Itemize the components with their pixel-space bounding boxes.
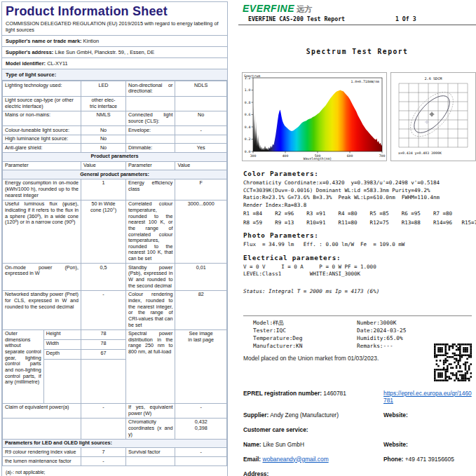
supplier-value: Andy Zeng (Manufacturer) (270, 412, 339, 419)
name-label: Name: (243, 441, 261, 448)
supplier-row: Supplier: Andy Zeng (Manufacturer) Websi… (243, 412, 472, 419)
table-row: the lumen maintenance factor - (3, 457, 227, 466)
product-parameters-header: Product parameters (3, 152, 227, 161)
table-row: Light source cap-type (or other electric… (3, 96, 227, 111)
report-header: EVERFINE CAS-200 Test Report 1 Of 3 (238, 15, 476, 25)
svg-text:0.8: 0.8 (245, 101, 251, 104)
svg-text:0.4: 0.4 (245, 125, 251, 129)
chromaticity-line: Chromaticity Coordinate:x=0.4320 y=0.398… (243, 179, 472, 187)
chromaticity-point (430, 112, 435, 117)
svg-text:0.2: 0.2 (245, 137, 251, 141)
supplier-label: Supplier: (243, 412, 268, 419)
email-row: Email: wobaneandy@gmail.com Phone: +49 4… (243, 456, 472, 463)
phone-label: Phone: (383, 456, 403, 463)
table-row: Energy consumption in on-mode (kWh/1000 … (3, 179, 227, 200)
table-row: Chromaticity coordinates (x and y) 0,432… (3, 418, 227, 439)
outer-dimensions-row: Outer dimensions without separate contro… (3, 329, 227, 403)
contact-section: EPREL registration number: 1460781 https… (243, 390, 472, 476)
led-parameters-header: Parameters for LED and OLED light source… (3, 439, 227, 448)
charts: 0.00.20.40.60.81.01.2300400500600700Spec… (242, 72, 476, 161)
footnote-a: (a)-: not applicable; (6, 468, 224, 476)
table-row: R9 colour rendering index value 7 Surviv… (3, 448, 227, 457)
cie-grid (399, 83, 468, 147)
test-report: EVERFINE远方 EVERFINE CAS-200 Test Report … (238, 0, 476, 476)
website-label2: Website: (383, 441, 408, 448)
eprel-label: EPREL registration number: (243, 390, 322, 397)
supplier-address-label: Supplier's address: (6, 49, 53, 55)
customer-care-row: Customer care service: (243, 426, 472, 433)
model-identifier-row: Model identifier: CL-XY11 (2, 58, 227, 69)
section-header-row: General product parameters: (3, 170, 227, 179)
svg-text:700: 700 (379, 154, 386, 158)
dimension-names: Height Width Depth (43, 330, 81, 403)
ratio-line: Ratio:R=23.1% G=73.6% B=3.3% Peak WL:Lp=… (243, 194, 472, 202)
regulation-subtitle: COMMISSION DELEGATED REGULATION (EU) 201… (2, 20, 227, 36)
svg-text:600: 600 (347, 154, 353, 158)
status-line: Status: Integral T = 2000 ms Ip = 4173 (… (243, 288, 472, 294)
everfine-logo: EVERFINE远方 (243, 2, 312, 15)
svg-text:300: 300 (250, 154, 257, 158)
eprel-row: EPREL registration number: 1460781 https… (243, 390, 472, 404)
svg-text:Spectrum: Spectrum (244, 74, 260, 78)
spectral-power-label: Spectral power distribution in the range… (126, 329, 175, 403)
electrical-parameters-heading: Electrical parameters: (243, 254, 472, 261)
cri-values-row1: R1 =84 R2 =96 R3 =91 R4 =80 R5 =85 R6 =9… (243, 210, 472, 218)
footnotes: (a)-: not applicable; (b)-: not applicab… (2, 466, 227, 476)
report-header-title: EVERFINE CAS-200 Test Report (248, 15, 345, 22)
supplier-name-row: Supplier's name or trade mark: Kintion (2, 36, 227, 47)
name-value: Like Sun GmbH (263, 441, 304, 448)
flux-line: Flux = 34.99 lm Eff. : 0.00 lm/W Fe = 10… (243, 241, 472, 249)
section-header-row: Parameters for LED and OLED light source… (3, 439, 227, 448)
table-row: Anti-glare shield: No Dimmable: Yes (3, 144, 227, 153)
table-row: Lighting technology used: LED Non-direct… (3, 81, 227, 96)
name-row: Name: Like Sun GmbH Website: (243, 441, 472, 448)
electrical-line2: LEVEL:Class1 WHITE:ANSI_3000K (243, 271, 472, 278)
svg-text:400: 400 (283, 154, 289, 158)
report-title: Spectrum Test Report (238, 48, 476, 55)
page-number: 1 Of 3 (395, 15, 416, 22)
general-parameters-header: General product parameters: (3, 170, 227, 179)
table-row: Mains or non-mains: NMLS Connected light… (3, 111, 227, 125)
svg-text:1.0=0.718mW/nm: 1.0=0.718mW/nm (351, 80, 380, 83)
model-info-right: Number:3000K Date:2024-03-25 Humidity:65… (357, 319, 406, 350)
supplier-name-value: Kintion (83, 38, 100, 44)
supplier-address-row: Supplier's address: Like Sun GmbH, Planc… (2, 47, 227, 58)
website-label: Website: (383, 412, 408, 419)
cie-caption: x=0.434 y=0.403 3000K (398, 151, 442, 156)
table-row: High luminance light source: No (3, 135, 227, 144)
outer-dimensions-label: Outer dimensions without separate contro… (3, 330, 43, 403)
table-row: Colour-tuneable light source: No Envelop… (3, 126, 227, 135)
spectrum-chart: 0.00.20.40.60.81.01.2300400500600700Spec… (242, 72, 387, 161)
everfine-logo-cjk: 远方 (297, 5, 312, 13)
product-information-sheet: Product Information Sheet COMMISSION DEL… (1, 1, 228, 476)
render-index-line: Render Index:Ra=83.8 (243, 202, 472, 210)
model-info-left: Model:样品 Tester:IQC Temperature:Deg Manu… (253, 319, 357, 350)
supplier-address-value: Like Sun GmbH, Planckstr. 59, , Essen, D… (55, 49, 154, 55)
everfine-logo-text: EVERFINE (243, 3, 294, 14)
eprel-number: 1460781 (323, 390, 346, 397)
electrical-line1: V = 0 V I = 0 A P = 0 W PF = 1.000 (243, 264, 472, 271)
email-link[interactable]: wobaneandy@gmail.com (262, 456, 328, 463)
email-label: Email: (243, 456, 261, 463)
table-row: Useful luminous flux (φuse), indicating … (3, 200, 227, 263)
photo-parameters-heading: Photo Parameters: (243, 231, 472, 239)
section-header-row: Product parameters (3, 152, 227, 161)
cri-values-row2: R8 =59 R9 =13 R10=91 R11=80 R12=75 R13=8… (243, 219, 472, 227)
model-identifier-label: Model identifier: (6, 60, 46, 67)
svg-text:1.0: 1.0 (245, 88, 251, 92)
qr-code (434, 344, 472, 381)
type-of-light-source-header: Type of light source: (2, 69, 227, 81)
divider (243, 315, 472, 316)
page-title: Product Information Sheet (2, 2, 227, 20)
sdcm-label: 2.6 SDCM (425, 76, 442, 81)
spectral-power-value: See image in last page (175, 329, 227, 403)
color-parameters-heading: Color Parameters: (243, 170, 472, 177)
cct-line: CCT=3039K(Duv=-0.0016) Dominant WL:Ld =5… (243, 187, 472, 195)
report-body: Color Parameters: Chromaticity Coordinat… (243, 170, 472, 476)
table-row: Claim of equivalent power(a) - If yes, e… (3, 403, 227, 418)
svg-text:0.0: 0.0 (245, 150, 251, 154)
eprel-link[interactable]: https://eprel.ec.europa.eu/qr/1460781 (383, 390, 472, 404)
supplier-name-label: Supplier's name or trade mark: (6, 38, 82, 44)
model-identifier-value: CL-XY11 (47, 60, 67, 67)
cie-chart: 2.6 SDCM x=0.434 y=0.403 3000K (390, 72, 476, 161)
